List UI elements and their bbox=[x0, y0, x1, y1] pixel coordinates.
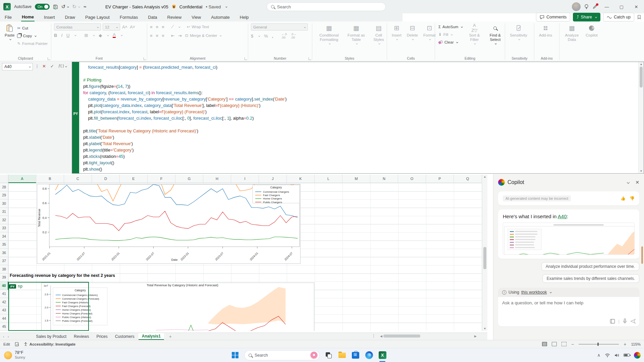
menu-tab-page-layout[interactable]: Page Layout bbox=[85, 14, 110, 21]
number-dialog-launcher-icon[interactable] bbox=[309, 57, 311, 60]
title-search-box[interactable]: Search bbox=[267, 2, 386, 11]
cell-styles-button[interactable]: ▤Cell Styles bbox=[369, 23, 388, 45]
worksheet[interactable]: ABCDEFGHIJKLMNOPQ 2829303132333435363738… bbox=[0, 174, 487, 331]
excel-app-icon[interactable]: X bbox=[3, 3, 11, 10]
column-header-o[interactable]: O bbox=[398, 175, 426, 183]
decrease-font-icon[interactable]: A˅ bbox=[129, 25, 136, 29]
font-size-combo[interactable]: 12 bbox=[103, 23, 120, 31]
quick-access-overflow-icon[interactable]: ≂ bbox=[83, 4, 87, 9]
code-lines[interactable]: forecast_results[category] = (forecast.p… bbox=[79, 62, 638, 173]
column-header-f[interactable]: F bbox=[148, 175, 175, 183]
grid-scroll-up-icon[interactable]: ▲ bbox=[482, 175, 487, 178]
align-center-icon[interactable]: ≡ bbox=[156, 33, 159, 38]
catch-up-button[interactable]: Catch up bbox=[603, 13, 634, 21]
menu-tab-review[interactable]: Review bbox=[167, 14, 182, 21]
row-header-37[interactable]: 37 bbox=[0, 257, 8, 265]
doc-check-icon[interactable] bbox=[15, 342, 19, 347]
undo-button[interactable]: ↺ bbox=[61, 4, 69, 10]
task-view-button[interactable] bbox=[324, 351, 333, 360]
delete-cells-button[interactable]: ⊟Delete bbox=[405, 23, 420, 41]
align-bottom-icon[interactable]: ≡ bbox=[162, 24, 164, 29]
find-select-button[interactable]: Find & Select bbox=[486, 23, 504, 45]
percent-icon[interactable]: % bbox=[264, 34, 268, 39]
italic-button[interactable]: I bbox=[61, 33, 62, 38]
grid-scroll-thumb[interactable] bbox=[483, 247, 486, 269]
autosave-toggle[interactable]: On bbox=[35, 4, 50, 10]
workbook-context-link[interactable]: this workbook bbox=[521, 290, 547, 295]
menu-tab-insert[interactable]: Insert bbox=[43, 14, 56, 21]
cancel-entry-icon[interactable]: ✕ bbox=[42, 64, 46, 69]
page-break-view-icon[interactable] bbox=[561, 342, 567, 346]
tab-strip-menu-icon[interactable]: ⋮ bbox=[372, 334, 376, 338]
bold-button[interactable]: B bbox=[54, 33, 57, 38]
sensitivity-label[interactable]: Confidential bbox=[179, 4, 203, 9]
file-explorer-button[interactable] bbox=[338, 351, 346, 360]
decrease-decimal-icon[interactable]: .0→.00 bbox=[291, 33, 297, 39]
thumbs-up-icon[interactable]: 👍 bbox=[621, 196, 626, 201]
sheet-tab-sales-by-product[interactable]: Sales by Product bbox=[33, 334, 70, 340]
inserted-chart-thumbnail[interactable] bbox=[503, 223, 635, 255]
menu-tab-data[interactable]: Data bbox=[147, 14, 158, 21]
column-header-h[interactable]: H bbox=[203, 175, 231, 183]
row-header-39[interactable]: 39 bbox=[0, 274, 8, 282]
align-left-icon[interactable]: ≡ bbox=[150, 33, 153, 38]
fill-button[interactable]: ⬇Fill bbox=[438, 31, 463, 38]
hscroll-right-icon[interactable]: ▶ bbox=[474, 335, 477, 338]
inserted-cell-link[interactable]: A40 bbox=[558, 214, 567, 219]
font-dialog-launcher-icon[interactable] bbox=[144, 57, 146, 60]
analyze-data-button[interactable]: ▦Analyze Data bbox=[562, 23, 582, 43]
increase-font-icon[interactable]: A˄ bbox=[122, 25, 128, 29]
row-header-43[interactable]: 43 bbox=[0, 306, 8, 315]
row-header-44[interactable]: 44 bbox=[0, 314, 8, 323]
add-ins-button[interactable]: Add-ins bbox=[537, 23, 554, 38]
zoom-in-icon[interactable]: + bbox=[624, 342, 626, 347]
row-header-45[interactable]: 45 bbox=[0, 323, 8, 331]
menu-tab-home[interactable]: Home bbox=[21, 14, 35, 21]
column-header-m[interactable]: M bbox=[342, 175, 370, 183]
row-header-29[interactable]: 29 bbox=[0, 191, 8, 200]
confirm-entry-icon[interactable]: ✓ bbox=[50, 64, 54, 69]
avatar[interactable] bbox=[572, 2, 581, 11]
sheet-tab-analysis1[interactable]: Analysis1 bbox=[139, 333, 164, 340]
normal-view-icon[interactable] bbox=[542, 342, 547, 346]
cut-button[interactable]: ✂Cut bbox=[17, 25, 48, 32]
wrap-text-button[interactable]: ↩Wrap Text bbox=[187, 23, 209, 30]
menu-tab-draw[interactable]: Draw bbox=[64, 14, 76, 21]
row-header-36[interactable]: 36 bbox=[0, 249, 8, 257]
zoom-level[interactable]: 115% bbox=[631, 342, 641, 346]
menu-tab-view[interactable]: View bbox=[191, 14, 202, 21]
vertical-scrollbar[interactable]: ▲ ▼ bbox=[482, 175, 487, 331]
row-header-30[interactable]: 30 bbox=[0, 199, 8, 208]
row-header-34[interactable]: 34 bbox=[0, 232, 8, 241]
row-header-32[interactable]: 32 bbox=[0, 216, 8, 224]
align-top-icon[interactable]: ≡ bbox=[150, 24, 153, 29]
tray-chevron-icon[interactable]: ∧ bbox=[597, 353, 600, 358]
orientation-icon[interactable]: ⟋ bbox=[171, 24, 174, 29]
mic-icon[interactable] bbox=[623, 318, 627, 324]
decrease-indent-icon[interactable]: ⇤ bbox=[171, 33, 175, 38]
align-right-icon[interactable]: ≡ bbox=[162, 33, 164, 38]
copilot-scroll-thumb[interactable] bbox=[641, 246, 643, 264]
sheet-tab-reviews[interactable]: Reviews bbox=[70, 334, 92, 340]
alignment-dialog-launcher-icon[interactable] bbox=[245, 57, 247, 60]
sort-filter-button[interactable]: AZ▽Sort & Filter bbox=[465, 23, 484, 45]
close-button[interactable]: ✕ bbox=[631, 2, 642, 11]
copilot-input[interactable]: Ask a question, or tell me how I can hel… bbox=[498, 297, 639, 326]
sheet-tab-prices[interactable]: Prices bbox=[93, 334, 111, 340]
align-middle-icon[interactable]: ≡ bbox=[156, 24, 159, 29]
row-header-31[interactable]: 31 bbox=[0, 208, 8, 216]
column-header-c[interactable]: C bbox=[64, 175, 92, 183]
accessibility-status[interactable]: Accessibility: Investigate bbox=[23, 342, 75, 346]
edge-button[interactable] bbox=[365, 351, 373, 360]
page-layout-view-icon[interactable] bbox=[552, 342, 557, 346]
python-formula-icon[interactable]: ƒ{ } bbox=[58, 64, 67, 68]
column-header-b[interactable]: B bbox=[36, 175, 64, 183]
formula-bar-menu-icon[interactable]: ⋮ bbox=[35, 64, 39, 69]
row-header-35[interactable]: 35 bbox=[0, 241, 8, 249]
thumbs-down-icon[interactable]: 👎 bbox=[630, 196, 635, 201]
row-header-41[interactable]: 41 bbox=[0, 290, 8, 298]
hscroll-left-icon[interactable]: ◀ bbox=[380, 335, 382, 338]
menu-tab-automate[interactable]: Automate bbox=[210, 14, 230, 21]
start-button[interactable] bbox=[231, 351, 239, 360]
column-header-d[interactable]: D bbox=[92, 175, 120, 183]
